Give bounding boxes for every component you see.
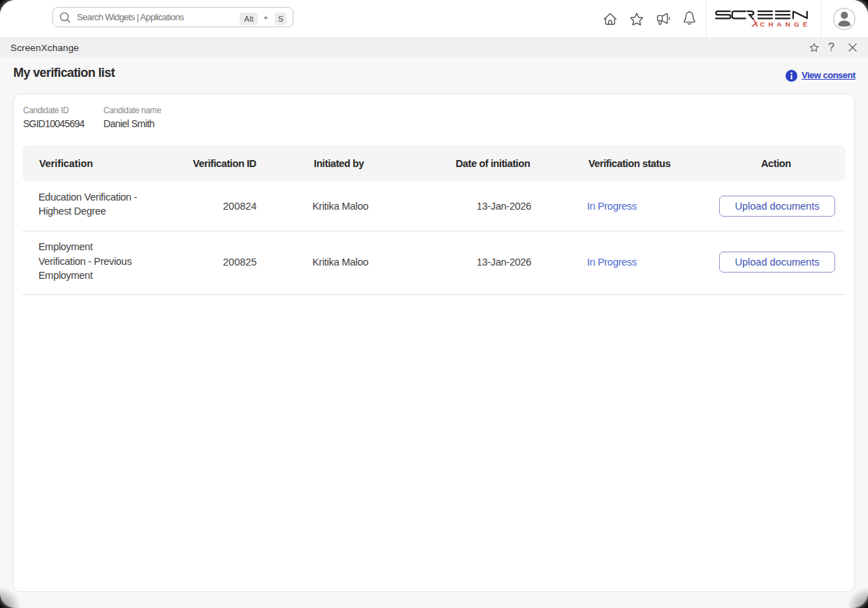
svg-text:CHANGE: CHANGE xyxy=(760,20,809,28)
